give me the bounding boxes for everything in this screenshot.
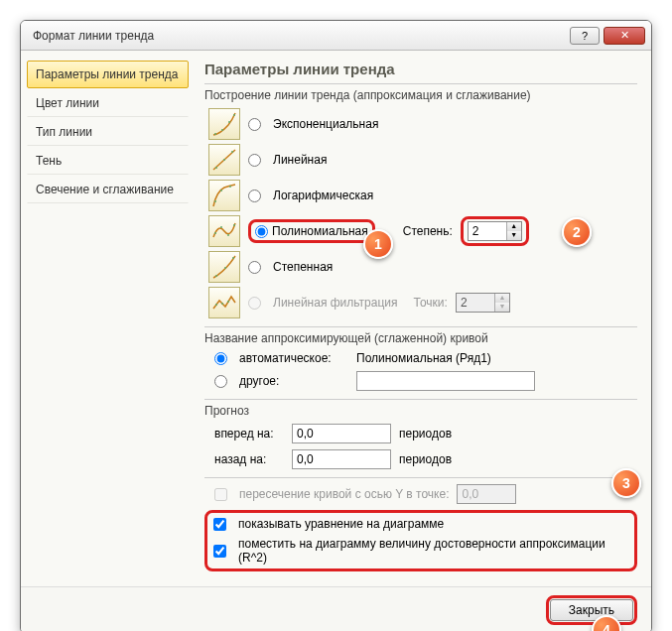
lin-icon [208, 144, 240, 176]
show-eq-check[interactable] [213, 518, 226, 531]
svg-point-16 [224, 267, 226, 269]
show-r2-label: поместить на диаграмму величину достовер… [238, 537, 628, 565]
svg-point-13 [227, 234, 229, 236]
svg-point-2 [228, 121, 230, 123]
lin-label: Линейная [273, 153, 327, 167]
sidebar-item-params[interactable]: Параметры линии тренда [27, 61, 189, 88]
exp-radio[interactable] [248, 118, 261, 131]
pow-label: Степенная [273, 260, 333, 274]
movavg-radio [248, 297, 261, 310]
svg-point-6 [223, 159, 225, 161]
annotation-1: 1 [363, 229, 393, 259]
log-label: Логарифмическая [273, 189, 373, 202]
fwd-input[interactable] [292, 424, 391, 443]
sidebar-item-color[interactable]: Цвет линии [27, 89, 189, 117]
intercept-label: пересечение кривой с осью Y в точке: [239, 487, 449, 501]
name-other-label: другое: [239, 374, 348, 388]
svg-point-7 [231, 151, 233, 153]
movavg-label: Линейная фильтрация [273, 296, 398, 310]
svg-point-12 [220, 226, 222, 228]
svg-point-1 [221, 129, 223, 131]
back-periods: периодов [399, 452, 452, 466]
svg-point-9 [220, 189, 222, 191]
intercept-input [457, 484, 516, 504]
degree-highlight: ▲▼ [461, 216, 529, 246]
points-input [457, 294, 494, 312]
lin-radio[interactable] [248, 154, 261, 167]
sidebar-item-glow[interactable]: Свечение и сглаживание [27, 176, 189, 203]
annotation-3: 3 [611, 468, 641, 498]
sidebar-item-shadow[interactable]: Тень [27, 147, 189, 175]
movavg-icon [208, 287, 240, 318]
svg-point-19 [221, 303, 223, 305]
back-input[interactable] [292, 449, 391, 469]
window-title: Формат линии тренда [33, 29, 566, 43]
svg-point-10 [229, 186, 231, 188]
close-x-button[interactable]: ✕ [604, 27, 645, 45]
svg-point-15 [215, 275, 217, 277]
name-group-title: Название аппроксимирующей (сглаженной) к… [204, 331, 637, 345]
name-auto-value: Полиномиальная (Ряд1) [356, 351, 491, 365]
show-eq-label: показывать уравнение на диаграмме [238, 517, 444, 531]
poly-label: Полиномиальная [272, 224, 368, 238]
sidebar: Параметры линии тренда Цвет линии Тип ли… [21, 51, 195, 586]
close-button[interactable]: Закрыть [550, 599, 633, 621]
svg-point-17 [232, 257, 234, 259]
points-spinner: ▲▼ [456, 293, 510, 313]
annotation-2: 2 [562, 217, 592, 247]
svg-point-0 [214, 133, 216, 135]
name-other-radio[interactable] [214, 375, 227, 388]
sidebar-item-type[interactable]: Тип линии [27, 118, 189, 146]
back-label: назад на: [214, 452, 284, 466]
main-heading: Параметры линии тренда [204, 61, 637, 77]
name-auto-label: автоматическое: [239, 351, 348, 365]
degree-input[interactable] [469, 222, 506, 240]
name-auto-radio[interactable] [214, 352, 227, 365]
degree-label: Степень: [403, 224, 453, 238]
exp-icon [208, 108, 240, 140]
pow-radio[interactable] [248, 261, 261, 274]
checks-highlight: показывать уравнение на диаграмме помест… [204, 510, 637, 571]
forecast-group-title: Прогноз [204, 404, 637, 418]
fwd-periods: периодов [399, 427, 452, 441]
log-icon [208, 180, 240, 211]
build-group-title: Построение линии тренда (аппроксимация и… [204, 88, 637, 102]
poly-highlight: Полиномиальная [248, 219, 375, 243]
fwd-label: вперед на: [214, 427, 284, 441]
svg-point-3 [233, 114, 235, 116]
name-other-input [356, 371, 535, 391]
degree-up[interactable]: ▲ [507, 222, 521, 231]
svg-point-14 [233, 224, 235, 226]
exp-label: Экспоненциальная [273, 117, 378, 131]
help-button[interactable]: ? [570, 27, 600, 45]
svg-point-20 [227, 301, 229, 303]
svg-point-18 [215, 304, 217, 306]
svg-point-11 [214, 232, 216, 234]
pow-icon [208, 251, 240, 283]
log-radio[interactable] [248, 189, 261, 202]
show-r2-check[interactable] [213, 545, 226, 558]
svg-point-8 [214, 200, 216, 202]
poly-radio[interactable] [255, 225, 268, 238]
degree-spinner[interactable]: ▲▼ [468, 221, 522, 241]
points-label: Точки: [414, 296, 448, 310]
close-highlight: Закрыть [546, 595, 637, 625]
degree-down[interactable]: ▼ [507, 231, 521, 240]
titlebar: Формат линии тренда ? ✕ [21, 21, 651, 51]
poly-icon [208, 215, 240, 247]
svg-point-5 [215, 167, 217, 169]
intercept-check [214, 488, 227, 501]
